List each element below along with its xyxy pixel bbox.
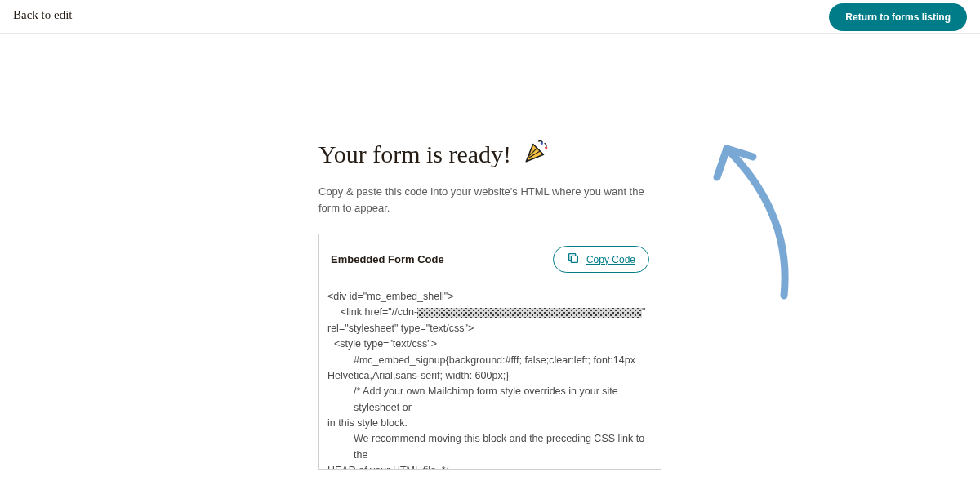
- panel-title: Embedded Form Code: [331, 253, 444, 265]
- party-popper-icon: [523, 137, 550, 171]
- code-line: We recommend moving this block and the p…: [327, 431, 653, 463]
- content-column: Your form is ready! Copy & paste this co…: [318, 137, 662, 470]
- panel-header: Embedded Form Code Copy Code: [319, 234, 661, 284]
- copy-code-label: Copy Code: [586, 254, 635, 265]
- annotation-arrow-icon: [702, 132, 817, 312]
- top-bar: Back to edit Return to forms listing: [0, 0, 980, 34]
- code-line: rel="stylesheet" type="text/css">: [327, 321, 653, 336]
- code-line: #mc_embed_signup{background:#fff; false;…: [327, 353, 653, 368]
- embed-code-panel: Embedded Form Code Copy Code <div id="mc…: [318, 234, 662, 470]
- code-line: HEAD of your HTML file. */: [327, 463, 653, 469]
- return-to-forms-button[interactable]: Return to forms listing: [829, 3, 967, 31]
- page-heading: Your form is ready!: [318, 137, 662, 171]
- code-line: <link href="//cdn-": [327, 305, 653, 320]
- copy-icon: [567, 252, 580, 267]
- svg-rect-5: [571, 256, 577, 262]
- page-heading-text: Your form is ready!: [318, 140, 511, 168]
- page-subheading: Copy & paste this code into your website…: [318, 184, 662, 216]
- code-line: /* Add your own Mailchimp form style ove…: [327, 384, 653, 416]
- back-to-edit-link[interactable]: Back to edit: [13, 3, 72, 22]
- embed-code-textarea[interactable]: <div id="mc_embed_shell"> <link href="//…: [319, 284, 661, 469]
- code-line: <div id="mc_embed_shell">: [327, 289, 653, 305]
- redacted-url: [417, 308, 642, 318]
- code-line: in this style block.: [327, 416, 653, 431]
- main-content: Your form is ready! Copy & paste this co…: [0, 34, 980, 470]
- copy-code-button[interactable]: Copy Code: [553, 246, 649, 273]
- svg-marker-0: [526, 145, 543, 162]
- code-line: Helvetica,Arial,sans-serif; width: 600px…: [327, 368, 653, 384]
- code-line: <style type="text/css">: [327, 336, 653, 352]
